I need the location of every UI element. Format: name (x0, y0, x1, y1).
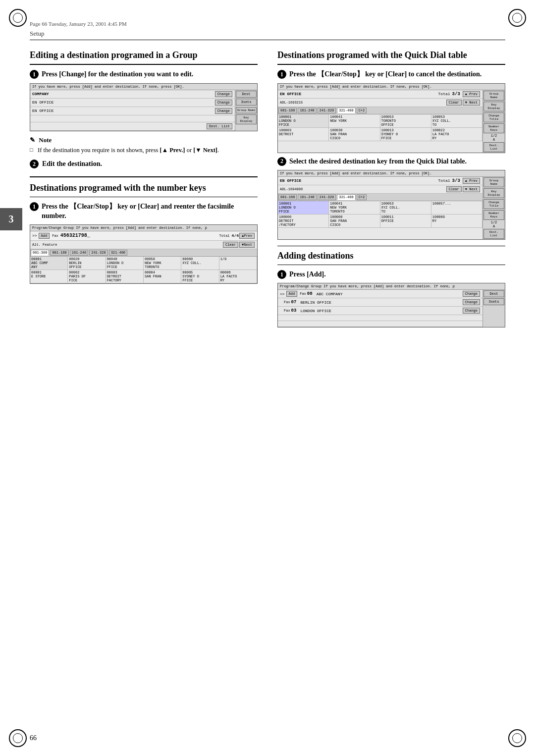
adding-change-1[interactable]: Change (463, 291, 480, 297)
cell-2-2: 00002PARIS OFFICE (68, 270, 106, 283)
screen-adding: Program/Change Group If you have more, p… (277, 283, 505, 327)
tab-5[interactable]: 321-400 (109, 250, 127, 256)
qd1-tab-c2[interactable]: C+2 (357, 108, 367, 113)
data-row-2: 00001E STORE 00002PARIS OFFICE 00003DETR… (30, 270, 257, 283)
screen-info-text: If you have more, press [Add] and enter … (32, 85, 184, 89)
cell-2-1: 00001E STORE (30, 270, 68, 283)
right-column: Destinations programed with the Quick Di… (277, 50, 505, 332)
corner-tr (508, 9, 526, 27)
qd2-tab-4[interactable]: 321-400 (337, 194, 355, 200)
qd1-c2-1: 100003DETROIT (278, 128, 329, 141)
qd1-prev[interactable]: ▲ Prev (463, 91, 480, 97)
group-name-btn[interactable]: Group Name (236, 107, 257, 113)
qd2-c1-2: 100041NEW YORKTORONTO (329, 201, 380, 214)
screen-qd1: If you have more, press [Add] and enter … (277, 83, 505, 153)
cell-2-6: 00006LA FACTORY (219, 270, 257, 283)
note-title: ✎ Note (30, 136, 258, 144)
qd1-clear[interactable]: Clear (446, 100, 462, 106)
qd2-changetitle[interactable]: ChangeTitle (483, 199, 504, 209)
step-qd-1: 1 (277, 70, 286, 79)
adding-change-2[interactable]: Change (463, 299, 480, 305)
qd1-pagenum: 1/2 (483, 134, 505, 138)
qd2-tab-3[interactable]: 241-320 (318, 194, 336, 200)
adding-add-btn[interactable]: Add (286, 291, 298, 297)
qd1-main: EN OFFICE Total 3/3 ▲ Prev ADL-1693215 C… (278, 90, 482, 153)
adding-dest: Dest (483, 290, 504, 297)
next-btn[interactable]: ▼Next (239, 242, 255, 248)
change-btn-2[interactable]: Change (215, 100, 232, 106)
change-btn-3[interactable]: Change (215, 108, 232, 114)
screen-qd1-header: If you have more, press [Add] and enter … (278, 84, 505, 90)
qd2-c2-3: 100011OFFICE (380, 215, 431, 227)
change-btn-1[interactable]: Change (215, 91, 232, 97)
step-qd-2: 2 (277, 157, 286, 166)
qd2-tab-2[interactable]: 161-240 (298, 194, 316, 200)
qd2-tab-1[interactable]: 081-160 (278, 194, 297, 200)
qd1-tab-4[interactable]: 321-400 (337, 108, 355, 113)
step-numkeys-text: Press the 【Clear/Stop】 key or [Clear] an… (42, 202, 258, 220)
qd1-keydisp[interactable]: KeyDisplay (483, 102, 504, 111)
qd1-next[interactable]: ▼ Next (463, 100, 480, 106)
adding-row-3: Fax 03 LONDON OFFICE Change (278, 307, 482, 315)
note-icon: ✎ (30, 136, 35, 144)
qd1-c1-4: 100053XYZ COLL.TO (431, 114, 482, 127)
section-editing-title: Editing a destination programed in a Gro… (30, 50, 258, 65)
note-box: ✎ Note If the destination you require is… (30, 136, 258, 155)
qd1-destlist[interactable]: Dest.List (483, 142, 504, 152)
qd2-prev[interactable]: ▲ Prev (463, 178, 480, 184)
qd1-tab-2[interactable]: 161-240 (298, 108, 316, 113)
prev-btn[interactable]: ▲Prev (239, 233, 255, 239)
qd1-tab-1[interactable]: 081-160 (278, 108, 297, 113)
qd1-changetitle[interactable]: ChangeTitle (483, 112, 504, 122)
blank-row (30, 115, 235, 122)
cell-1-4: 00050NEW YORKTORONTO (144, 257, 181, 270)
clear-btn[interactable]: Clear (223, 242, 238, 248)
adding-blank-1 (278, 315, 482, 321)
qd1-tab-3[interactable]: 241-320 (318, 108, 336, 113)
company-label: COMPANY (32, 92, 214, 96)
left-column: Editing a destination programed in a Gro… (30, 50, 258, 332)
tab-3[interactable]: 161-240 (70, 250, 88, 256)
tab-4[interactable]: 241-320 (89, 250, 107, 256)
file-info: Page 66 Tuesday, January 23, 2001 4:45 P… (30, 21, 505, 27)
qd2-main: EN OFFICE Total 3/3 ▲ Prev ADL-1694980 C… (278, 177, 482, 239)
key-display-btn[interactable]: Key Display (236, 114, 257, 124)
qd2-next[interactable]: ▼ Next (463, 186, 480, 192)
step-qd-text: Press the 【Clear/Stop】 key or [Clear] to… (289, 70, 482, 79)
en-office-label-2: EN OFFICE (32, 108, 214, 113)
dest-label: Dest (236, 91, 257, 98)
qd2-destlist[interactable]: Dest.List (483, 229, 504, 239)
qd1-gname[interactable]: GroupName (483, 91, 504, 101)
en-office-1: EN OFFICE Change (30, 99, 235, 107)
qd2-c2-1: 100000DETROIT/FACTORY (278, 215, 329, 227)
qd2-row-2: 100000DETROIT/FACTORY 100000SAN FRANCISC… (278, 215, 482, 228)
total-num: 4/4 (232, 233, 239, 238)
qd2-pagenum: 1/2 (483, 220, 505, 224)
corner-bl (9, 729, 27, 747)
screen-input-row: >> Add Fax 456321798_ Total 4/4 ▲Prev (30, 231, 257, 241)
step-2-edit: 2 Edit the destination. (30, 160, 258, 168)
qd2-c2-4: 100009RY (431, 215, 482, 227)
cell-2-4: 00004SAN FRAN (144, 270, 181, 283)
qd2-sidebar: GroupName KeyDisplay ChangeTitle NumberK… (482, 177, 505, 239)
qd1-row-2: 100003DETROIT 100030SAN FRANCISC0 100013… (278, 128, 482, 141)
step-qd2-text: Select the desired destination key from … (289, 157, 467, 166)
qd1-numkeys[interactable]: NumberKeys (483, 123, 504, 133)
qd2-gname[interactable]: GroupName (483, 177, 504, 187)
step-1-editing: 1 Press [Change] for the destination you… (30, 70, 258, 79)
tab-2[interactable]: 001-160 (50, 250, 68, 256)
dest-list-btn[interactable]: Dest. List (207, 123, 232, 129)
adding-row-2: Fax 07 BERLIN OFFICE Change (278, 298, 482, 307)
qd1-row-1: 100001LONDON OFFICE 100041NEW YORK 10005… (278, 114, 482, 128)
qd2-clear[interactable]: Clear (446, 186, 462, 192)
add-btn[interactable]: Add (39, 233, 50, 239)
step-1-text: Press [Change] for the destination you w… (42, 70, 193, 79)
adding-row-1: >> Add Fax 08 ABC COMPANY Change (278, 290, 482, 298)
qd2-tab-c2[interactable]: C+2 (357, 194, 367, 200)
adding-change-3[interactable]: Change (463, 308, 480, 314)
qd2-c2-2: 100000SAN FRANCISC0 (329, 215, 380, 227)
qd2-numkeys[interactable]: NumberKeys (483, 210, 504, 220)
tab-1[interactable]: 001-300 (31, 250, 49, 256)
qd2-keydisp[interactable]: KeyDisplay (483, 188, 504, 198)
step-1-adding: 1 Press [Add]. (277, 270, 505, 279)
